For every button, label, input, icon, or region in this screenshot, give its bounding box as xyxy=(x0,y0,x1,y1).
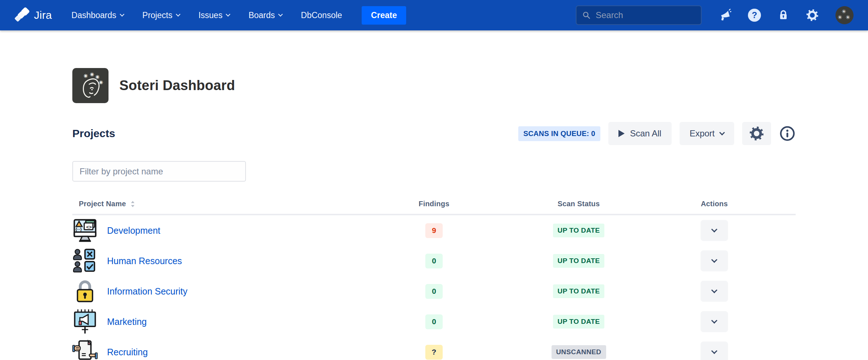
export-button[interactable]: Export xyxy=(680,122,734,145)
svg-text:✳: ✳ xyxy=(84,73,88,79)
row-actions-button[interactable] xyxy=(701,342,728,360)
brand-label: Jira xyxy=(34,9,52,21)
scan-status-badge: UP TO DATE xyxy=(553,315,605,329)
help-icon: ? xyxy=(748,9,761,22)
project-link[interactable]: Recruiting xyxy=(107,347,148,357)
table-header-row: Project Name Findings Scan Status Action… xyxy=(72,200,796,215)
findings-badge[interactable]: 0 xyxy=(425,284,443,299)
jira-home-link[interactable]: Jira xyxy=(14,7,52,23)
development-icon: <> {··} xyxy=(72,218,98,243)
announcements-button[interactable] xyxy=(718,9,731,22)
chevron-down-icon xyxy=(120,12,124,17)
nav-search xyxy=(576,5,702,25)
table-row: Marketing 0 UP TO DATE xyxy=(72,306,796,337)
dashboard-settings-button[interactable] xyxy=(742,122,771,145)
findings-badge[interactable]: 0 xyxy=(425,254,443,268)
findings-badge[interactable]: 0 xyxy=(425,314,443,329)
projects-table: Project Name Findings Scan Status Action… xyxy=(72,200,796,360)
scan-status-badge: UNSCANNED xyxy=(552,345,606,359)
gear-icon xyxy=(749,126,764,141)
soteri-logo-icon: ✳ ✳ ✳ ✳ xyxy=(72,68,109,103)
projects-section-header: Projects SCANS IN QUEUE: 0 Scan All Expo… xyxy=(72,122,796,145)
project-link[interactable]: Information Security xyxy=(107,286,187,297)
scan-status-badge: UP TO DATE xyxy=(553,224,605,237)
nav-item-boards[interactable]: Boards xyxy=(248,10,282,20)
top-nav: Jira Dashboards Projects Issues Boards D… xyxy=(0,0,868,30)
nav-item-dashboards[interactable]: Dashboards xyxy=(72,10,124,20)
create-button[interactable]: Create xyxy=(362,6,407,25)
nav-item-dbconsole[interactable]: DbConsole xyxy=(301,10,342,20)
table-body: <> {··} Development 9 UP TO DATE xyxy=(72,215,796,360)
table-row: Human Resources 0 UP TO DATE xyxy=(72,246,796,276)
help-button[interactable]: ? xyxy=(748,9,761,22)
info-button[interactable] xyxy=(779,125,796,142)
play-icon xyxy=(618,130,625,137)
lock-icon xyxy=(778,9,789,21)
table-row: <> {··} Development 9 UP TO DATE xyxy=(72,215,796,246)
projects-heading: Projects xyxy=(72,127,115,140)
svg-text:✳: ✳ xyxy=(99,79,103,85)
search-input[interactable] xyxy=(596,10,695,20)
scan-all-button[interactable]: Scan All xyxy=(608,122,672,145)
admin-lock-button[interactable] xyxy=(778,9,789,21)
scan-status-badge: UP TO DATE xyxy=(553,284,605,298)
marketing-icon xyxy=(72,309,98,334)
row-actions-button[interactable] xyxy=(701,220,728,241)
chevron-down-icon xyxy=(711,226,718,233)
column-header-project-name[interactable]: Project Name xyxy=(72,200,344,208)
nav-right-group: ? ✳ ✳ ✳ xyxy=(576,5,854,25)
main-content: ✳ ✳ ✳ ✳ Soteri Dashboard Projects SCANS … xyxy=(0,68,868,360)
project-link[interactable]: Human Resources xyxy=(107,256,182,266)
table-row: Information Security 0 UP TO DATE xyxy=(72,276,796,306)
findings-badge[interactable]: ? xyxy=(425,345,443,360)
chevron-down-icon xyxy=(176,12,180,17)
chevron-down-icon xyxy=(711,287,718,293)
chevron-down-icon xyxy=(711,348,718,354)
scans-in-queue-badge: SCANS IN QUEUE: 0 xyxy=(518,126,600,141)
scan-status-badge: UP TO DATE xyxy=(553,254,605,268)
row-actions-button[interactable] xyxy=(701,281,728,302)
gear-icon xyxy=(806,9,819,22)
settings-button[interactable] xyxy=(806,9,819,22)
chevron-down-icon xyxy=(719,130,725,135)
chevron-down-icon xyxy=(226,12,230,17)
svg-text:✳: ✳ xyxy=(90,72,94,77)
search-icon xyxy=(582,10,591,20)
column-header-findings: Findings xyxy=(344,200,524,208)
svg-text:<>: <> xyxy=(86,224,92,230)
page-title: Soteri Dashboard xyxy=(119,78,235,93)
jira-logo-icon xyxy=(14,7,30,23)
app-header: ✳ ✳ ✳ ✳ Soteri Dashboard xyxy=(72,68,796,103)
project-link[interactable]: Development xyxy=(107,225,160,236)
project-link[interactable]: Marketing xyxy=(107,317,147,327)
row-actions-button[interactable] xyxy=(701,311,728,332)
project-filter-input[interactable] xyxy=(72,161,246,182)
megaphone-icon xyxy=(718,9,731,22)
column-header-actions: Actions xyxy=(633,200,796,208)
nav-item-issues[interactable]: Issues xyxy=(199,10,230,20)
sort-icon xyxy=(130,200,135,208)
recruiting-icon xyxy=(72,339,98,360)
findings-badge[interactable]: 9 xyxy=(425,223,443,238)
nav-menu: Dashboards Projects Issues Boards DbCons… xyxy=(72,10,342,20)
svg-text:✳: ✳ xyxy=(95,74,100,80)
chevron-down-icon xyxy=(278,12,283,17)
row-actions-button[interactable] xyxy=(701,250,728,271)
chevron-down-icon xyxy=(711,257,718,263)
chevron-down-icon xyxy=(711,318,718,324)
section-controls: SCANS IN QUEUE: 0 Scan All Export xyxy=(518,122,796,145)
human-resources-icon xyxy=(72,248,98,274)
nav-item-projects[interactable]: Projects xyxy=(142,10,180,20)
table-row: Recruiting ? UNSCANNED xyxy=(72,337,796,360)
avatar: ✳ ✳ ✳ xyxy=(835,6,854,24)
info-icon xyxy=(779,125,796,142)
information-security-icon xyxy=(72,279,98,304)
column-header-scan-status: Scan Status xyxy=(524,200,633,208)
svg-text:{··}: {··} xyxy=(76,227,82,232)
user-avatar-button[interactable]: ✳ ✳ ✳ xyxy=(835,6,854,24)
